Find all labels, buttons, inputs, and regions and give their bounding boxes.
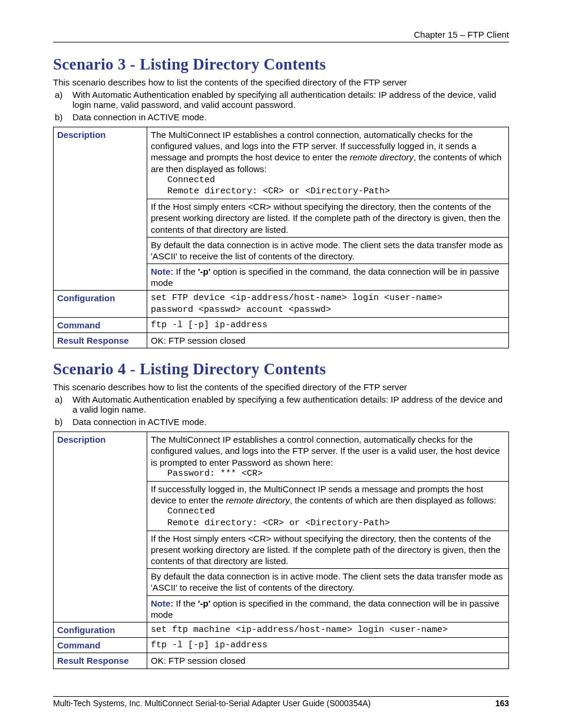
list-marker: b)	[53, 112, 72, 122]
config-line: password <passwd> account <passwd>	[151, 304, 505, 315]
list-item: a) With Automatic Authentication enabled…	[53, 90, 509, 110]
list-marker: a)	[53, 394, 72, 414]
scenario4-title: Scenario 4 - Listing Directory Contents	[53, 360, 509, 378]
list-item: b) Data connection in ACTIVE mode.	[53, 417, 509, 427]
desc-cell: By default the data connection is in act…	[147, 569, 509, 595]
desc-cell: By default the data connection is in act…	[147, 237, 509, 263]
table-row: Configuration set FTP device <ip-address…	[54, 291, 509, 317]
desc-cell: The MultiConnect IP establishes a contro…	[147, 127, 509, 199]
mono-connected: Connected	[151, 174, 505, 186]
page: Chapter 15 – FTP Client Scenario 3 - Lis…	[0, 0, 562, 728]
result-cell: OK: FTP session closed	[147, 653, 509, 668]
desc-remote-dir: remote directory	[350, 152, 414, 162]
desc-text: If the	[173, 266, 198, 276]
scenario3-title: Scenario 3 - Listing Directory Contents	[53, 55, 509, 74]
result-cell: OK: FTP session closed	[147, 333, 509, 348]
scenario3-intro: This scenario describes how to list the …	[53, 77, 509, 87]
label-command: Command	[54, 638, 147, 653]
scenario4-table: Description The MultiConnect IP establis…	[53, 431, 509, 668]
list-body: Data connection in ACTIVE mode.	[72, 417, 509, 427]
mono-remote-dir: Remote directory: <CR> or <Directory-Pat…	[151, 186, 505, 197]
label-configuration: Configuration	[54, 622, 147, 638]
label-result: Result Response	[54, 653, 147, 668]
list-item: b) Data connection in ACTIVE mode.	[53, 112, 509, 122]
scenario4-list: a) With Automatic Authentication enabled…	[53, 394, 509, 427]
label-command: Command	[54, 317, 147, 332]
command-cell: ftp -l [-p] ip-address	[147, 638, 509, 653]
mono-remote-dir: Remote directory: <CR> or <Directory-Pat…	[151, 518, 505, 529]
config-cell: set FTP device <ip-address/host-name> lo…	[147, 291, 509, 317]
label-description: Description	[54, 432, 147, 622]
desc-cell: If the Host simply enters <CR> without s…	[147, 199, 509, 238]
list-body: With Automatic Authentication enabled by…	[72, 394, 509, 414]
scenario3-table: Description The MultiConnect IP establis…	[53, 127, 509, 348]
mono-connected: Connected	[151, 506, 505, 517]
label-result: Result Response	[54, 333, 147, 348]
table-row: Configuration set ftp machine <ip-addres…	[54, 622, 509, 638]
desc-remote-dir: remote directory	[226, 495, 290, 505]
mono-password: Password: *** <CR>	[151, 468, 505, 479]
table-row: Description The MultiConnect IP establis…	[54, 432, 509, 482]
list-item: a) With Automatic Authentication enabled…	[53, 394, 509, 414]
desc-cell: The MultiConnect IP establishes a contro…	[147, 432, 509, 482]
command-cell: ftp -l [-p] ip-address	[147, 317, 509, 332]
table-row: Command ftp -l [-p] ip-address	[54, 638, 509, 653]
label-configuration: Configuration	[54, 291, 147, 317]
page-footer: Multi-Tech Systems, Inc. MultiConnect Se…	[53, 696, 509, 708]
p-option: '-p'	[198, 598, 210, 608]
desc-cell: If the Host simply enters <CR> without s…	[147, 531, 509, 569]
page-number: 163	[495, 699, 509, 708]
config-line: set FTP device <ip-address/host-name> lo…	[151, 292, 505, 304]
desc-text: If the	[173, 598, 198, 608]
desc-cell: If successfully logged in, the MultiConn…	[147, 481, 509, 531]
chapter-header: Chapter 15 – FTP Client	[53, 29, 509, 42]
table-row: Result Response OK: FTP session closed	[54, 333, 509, 348]
list-body: With Automatic Authentication enabled by…	[72, 90, 509, 110]
note-label: Note:	[151, 598, 173, 608]
desc-cell: Note: If the '-p' option is specified in…	[147, 264, 509, 291]
p-option: '-p'	[198, 266, 210, 276]
list-marker: a)	[53, 90, 72, 110]
table-row: Description The MultiConnect IP establis…	[54, 127, 509, 199]
config-cell: set ftp machine <ip-address/host-name> l…	[147, 622, 509, 638]
desc-text: The MultiConnect IP establishes a contro…	[151, 434, 500, 467]
desc-cell: Note: If the '-p' option is specified in…	[147, 595, 509, 622]
table-row: Command ftp -l [-p] ip-address	[54, 317, 509, 332]
list-marker: b)	[53, 417, 72, 427]
footer-text: Multi-Tech Systems, Inc. MultiConnect Se…	[53, 699, 371, 708]
label-description: Description	[54, 127, 147, 291]
note-label: Note:	[151, 266, 173, 276]
list-body: Data connection in ACTIVE mode.	[72, 112, 509, 122]
table-row: Result Response OK: FTP session closed	[54, 653, 509, 668]
desc-text: , the contents of which are then display…	[290, 495, 496, 505]
scenario4-intro: This scenario describes how to list the …	[53, 382, 509, 392]
scenario3-list: a) With Automatic Authentication enabled…	[53, 90, 509, 122]
